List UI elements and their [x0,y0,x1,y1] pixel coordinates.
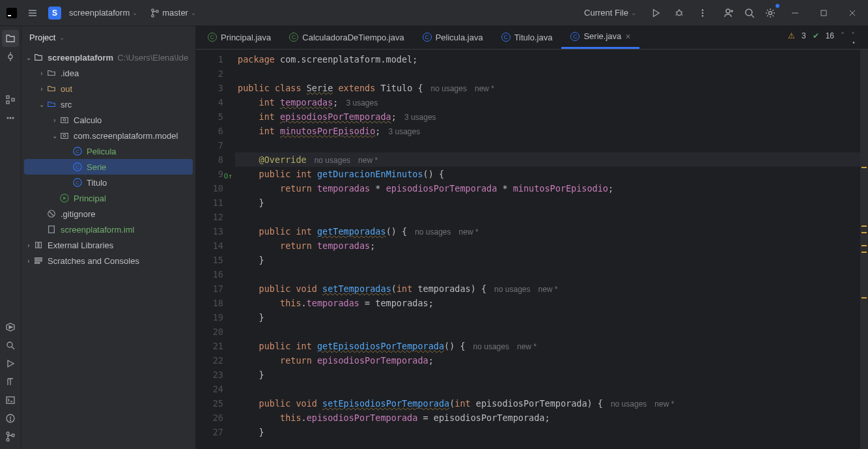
error-stripe[interactable] [860,50,868,449]
tree-label: screenplataform [48,53,113,63]
svg-point-45 [10,420,11,421]
svg-rect-49 [61,118,68,123]
tree-label: Calculo [74,115,102,125]
class-icon: C [208,33,217,42]
search-icon[interactable] [740,4,759,22]
tab-pelicula[interactable]: C Pelicula.java [413,25,492,49]
svg-rect-67 [35,260,42,261]
tree-item-external-libs[interactable]: › External Libraries [21,237,195,253]
svg-rect-31 [7,96,9,98]
code-editor[interactable]: 123 456 78 9O↑ 101112 131415 161718 1920… [196,50,868,449]
code-content[interactable]: package com.screenplataform.model; publi… [235,50,868,449]
inspection-widget[interactable]: ⚠3 ✔16 ˄ ˅ [785,30,858,42]
tree-item-idea[interactable]: › .idea [21,65,195,81]
project-name-label: screenplataform [69,8,130,18]
run-config-selector[interactable]: Current File ⌄ [579,5,641,20]
close-button[interactable] [839,4,865,22]
svg-marker-8 [654,9,660,16]
tree-item-gitignore[interactable]: .gitignore [21,206,195,222]
terminal-tool-icon[interactable] [2,392,19,409]
project-tree[interactable]: ⌄ screenplataform C:\Users\Elena\Ide › .… [21,48,195,449]
tree-label: External Libraries [48,240,113,250]
svg-point-16 [702,12,704,14]
run-config-label: Current File [584,8,628,18]
more-actions-icon[interactable] [693,4,712,22]
svg-point-17 [702,15,704,17]
project-selector[interactable]: screenplataform ⌄ [64,5,143,20]
find-tool-icon[interactable] [2,337,19,354]
app-icon[interactable] [3,4,21,22]
vcs-branch-selector[interactable]: master ⌄ [145,5,201,20]
tree-item-out[interactable]: › out [21,81,195,96]
vcs-tool-icon[interactable] [2,428,19,445]
tree-item-package[interactable]: ⌄ com.screenplataform.model [21,128,195,143]
tree-item-src[interactable]: ⌄ src [21,96,195,112]
chevron-up-icon[interactable]: ˄ [841,31,845,40]
svg-rect-25 [821,10,826,16]
tree-label: .gitignore [61,209,95,219]
svg-marker-41 [8,360,14,367]
tree-item-scratches[interactable]: › Scratches and Consoles [21,253,195,268]
commit-tool-icon[interactable] [2,48,19,65]
warning-icon: ⚠ [788,31,795,40]
tab-principal[interactable]: C Principal.java [199,25,280,49]
minimize-button[interactable] [782,4,808,22]
more-tool-icon[interactable] [2,109,19,126]
sidebar-header[interactable]: Project ⌄ [21,26,195,48]
run-button[interactable] [647,4,665,22]
check-count: 16 [826,31,834,40]
build-tool-icon[interactable] [2,373,19,390]
tree-item-pelicula[interactable]: C Pelicula [21,143,195,159]
tree-label: Principal [74,194,106,203]
svg-point-71 [853,42,855,44]
gutter: 123 456 78 9O↑ 101112 131415 161718 1920… [196,50,235,449]
tree-item-calculo[interactable]: › Calculo [21,112,195,128]
main-menu-icon[interactable] [23,4,42,22]
tree-item-titulo[interactable]: C Titulo [21,175,195,190]
debug-button[interactable] [670,4,688,22]
tree-label: Serie [87,162,106,172]
svg-rect-64 [36,242,38,248]
settings-icon[interactable] [761,4,779,22]
svg-line-11 [676,12,677,12]
tab-calculadora[interactable]: C CalculadoraDeTiempo.java [280,25,413,49]
svg-rect-42 [7,397,14,403]
run-tool-icon[interactable] [2,355,19,372]
tree-item-principal[interactable]: Principal [21,190,195,206]
tab-titulo[interactable]: C Titulo.java [492,25,562,49]
svg-rect-63 [49,226,55,233]
svg-rect-0 [7,8,17,18]
tree-root[interactable]: ⌄ screenplataform C:\Users\Elena\Ide [21,50,195,65]
close-icon[interactable]: × [625,31,630,42]
class-icon: C [570,32,580,41]
services-tool-icon[interactable] [2,319,19,336]
tree-item-iml[interactable]: screenplataform.iml [21,222,195,237]
svg-rect-51 [61,134,68,139]
svg-point-18 [726,9,730,13]
tree-label: src [61,100,72,109]
override-gutter-icon[interactable]: O↑ [224,169,232,184]
problems-tool-icon[interactable] [2,410,19,427]
chevron-down-icon[interactable]: ˅ [851,31,855,40]
tree-label: Titulo [87,178,107,188]
svg-point-15 [702,9,704,11]
code-with-me-icon[interactable] [720,4,738,22]
svg-line-62 [49,212,54,216]
tree-label: screenplataform.iml [61,225,134,235]
maximize-button[interactable] [811,4,837,22]
tree-item-serie[interactable]: C Serie [24,159,193,175]
chevron-down-icon: ⌄ [132,9,137,16]
editor-area: C Principal.java C CalculadoraDeTiempo.j… [196,26,868,449]
svg-rect-66 [35,258,42,259]
tool-window-bar-left [0,26,21,449]
tab-serie[interactable]: C Serie.java × [561,25,639,49]
structure-tool-icon[interactable] [2,91,19,108]
tree-label: Scratches and Consoles [48,256,139,266]
svg-point-47 [7,439,9,441]
svg-line-13 [676,14,677,15]
svg-rect-65 [39,242,42,248]
svg-marker-38 [9,326,12,328]
tab-label: CalculadoraDeTiempo.java [302,33,404,42]
project-tool-icon[interactable] [2,30,19,47]
svg-marker-60 [63,196,66,199]
